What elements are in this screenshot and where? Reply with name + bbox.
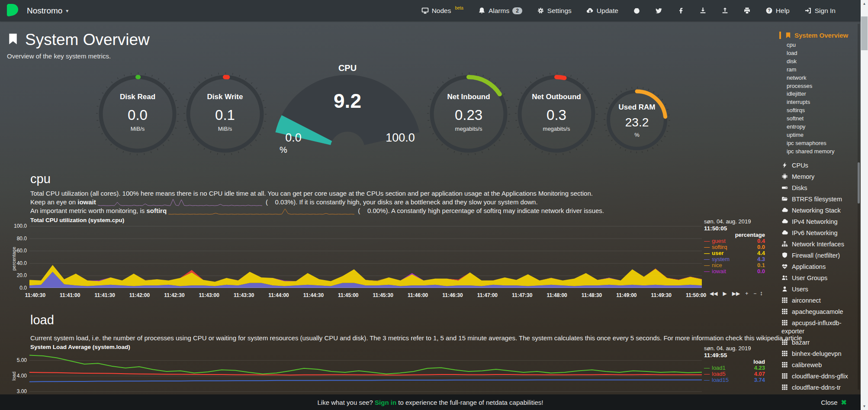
nav-upload[interactable] [721, 7, 729, 14]
cpu-legend-row-user[interactable]: —user4.4 [704, 250, 765, 256]
sidebar-subitem-ipc-semaphores[interactable]: ipc semaphores [779, 139, 859, 148]
sidebar-subitem-idlejitter[interactable]: idlejitter [779, 90, 859, 98]
sidebar-item-user-groups[interactable]: User Groups [779, 274, 859, 285]
footer-close-button[interactable]: Close ✖ [821, 398, 847, 407]
sidebar-subitem-uptime[interactable]: uptime [779, 131, 859, 139]
nav-help[interactable]: ?Help [765, 7, 790, 15]
sidebar-item-memory[interactable]: Memory [779, 173, 859, 184]
legend-swatch-system: — [704, 256, 710, 262]
sidebar-item-cloudflare-ddns-gflix[interactable]: cloudflare-ddns-gflix [779, 372, 859, 384]
sidebar-subitem-softnet[interactable]: softnet [779, 115, 859, 123]
legend-swatch-iowait: — [704, 268, 710, 274]
sidebar-item-ipv6-networking[interactable]: IPv6 Networking [779, 229, 859, 240]
sidebar-subitem-disk[interactable]: disk [779, 58, 859, 66]
heartbeat-icon [781, 263, 788, 270]
sidebar-subitem-softirqs[interactable]: softirqs [779, 107, 859, 115]
sidebar-subitem-load[interactable]: load [779, 49, 859, 58]
navbar-menu: NodesbetaAlarms2SettingsUpdate?HelpSign … [421, 7, 836, 15]
cpu-legend-row-nice[interactable]: —nice0.1 [704, 262, 765, 268]
sidebar-item-cloudflare-ddns-tr[interactable]: cloudflare-ddns-tr [779, 384, 859, 395]
load-chart-canvas[interactable] [29, 355, 702, 394]
sidebar-subitem-processes[interactable]: processes [779, 82, 859, 90]
sidebar-section-label: cloudflare-ddns-gflix [792, 373, 848, 380]
sidebar-subitem-network[interactable]: network [779, 74, 859, 82]
sidebar-item-apcupsd-influxdb-exporter[interactable]: apcupsd-influxdb-exporter [779, 319, 859, 339]
cpu-legend-row-system[interactable]: —system4.3 [704, 256, 765, 262]
footer-signin-link[interactable]: Sign in [375, 399, 396, 406]
cpu-legend-row-iowait[interactable]: —iowait0.0 [704, 268, 765, 274]
sidebar-section-label: User Groups [792, 274, 827, 281]
nav-update[interactable]: Update [586, 7, 618, 15]
cpu-toolbox-play-button[interactable]: ▶ [723, 291, 727, 297]
cpu-xtick-15: 11:48:00 [547, 292, 567, 298]
cpu-chart-resize-handle[interactable]: ↕ [760, 290, 763, 297]
netdata-logo-icon[interactable] [5, 3, 20, 18]
window-scroll-thumb[interactable] [861, 16, 868, 50]
sidebar-item-apacheguacamole[interactable]: apacheguacamole [779, 308, 859, 319]
nav-facebook[interactable] [677, 7, 685, 14]
load-legend-row-load15[interactable]: —load153.74 [704, 377, 765, 383]
sidebar-section-label: Applications [792, 263, 826, 270]
sidebar-item-ipv4-networking[interactable]: IPv4 Networking [779, 218, 859, 229]
gauge-cpu-chart[interactable] [266, 71, 431, 162]
cpu-ytick-0: 100.0 [8, 223, 27, 229]
sidebar-item-cpus[interactable]: CPUs [779, 161, 859, 173]
nav-alarms[interactable]: Alarms2 [478, 7, 522, 15]
cloud-icon [781, 218, 788, 225]
nav-print[interactable] [743, 7, 751, 14]
sidebar-subitem-interrupts[interactable]: interrupts [779, 98, 859, 107]
sidebar-active-label: System Overview [794, 32, 848, 39]
sidebar-section-label: apacheguacamole [792, 308, 843, 315]
cpu-toolbox-zoom-out-button[interactable]: − [753, 291, 756, 297]
sidebar-item-firewall-netfilter-[interactable]: Firewall (netfilter) [779, 252, 859, 263]
sidebar-subitem-entropy[interactable]: entropy [779, 123, 859, 131]
sidebar-item-bazarr[interactable]: bazarr [779, 339, 859, 350]
nav-signin-label: Sign In [815, 7, 836, 15]
cpu-chart-canvas[interactable] [29, 226, 702, 288]
window-scrollbar[interactable]: ▲ ▼ [861, 0, 868, 410]
sidebar-item-btrfs-filesystem[interactable]: BTRFS filesystem [779, 195, 859, 207]
legend-swatch-softirq: — [704, 244, 710, 250]
nav-github[interactable] [633, 7, 640, 14]
nav-nodes[interactable]: Nodesbeta [421, 7, 463, 15]
sidebar-item-system-overview[interactable]: System Overview [779, 32, 859, 39]
sidebar-item-networking-stack[interactable]: Networking Stack [779, 207, 859, 218]
nav-twitter[interactable] [655, 7, 662, 14]
scroll-up-arrow-icon[interactable]: ▲ [861, 0, 868, 7]
nav-alarms-count-badge: 2 [512, 7, 522, 14]
cpu-ytick-1: 80.0 [8, 236, 27, 242]
cpu-legend-row-guest[interactable]: —guest0.4 [704, 238, 765, 244]
legend-name-user: user [712, 250, 757, 256]
footer-text-prefix: Like what you see? [318, 399, 375, 406]
sidebar-subitem-cpu[interactable]: cpu [779, 41, 859, 49]
legend-value-load1: 4.23 [754, 365, 765, 371]
sidebar-item-disks[interactable]: Disks [779, 184, 859, 195]
load-ytick-2: 3.00 [8, 388, 27, 394]
sidebar-item-network-interfaces[interactable]: Network Interfaces [779, 240, 859, 252]
cpu-xtick-12: 11:46:30 [442, 292, 463, 298]
hostname-label: Nostromo [27, 6, 62, 16]
load-description: Current system load, i.e. the number of … [30, 334, 802, 342]
sidebar-item-applications[interactable]: Applications [779, 263, 859, 274]
cpu-legend-row-softirq[interactable]: —softirq0.0 [704, 244, 765, 250]
nav-signin[interactable]: Sign In [804, 7, 836, 15]
sidebar-subitem-ram[interactable]: ram [779, 66, 859, 74]
footer-message: Like what you see? Sign in to experience… [318, 399, 543, 406]
load-legend-row-load1[interactable]: —load14.23 [704, 365, 765, 371]
sidebar-item-calibreweb[interactable]: calibreweb [779, 361, 859, 372]
cpu-yaxis-title: percentage [11, 247, 16, 271]
navbar-left: Nostromo ▾ [5, 3, 68, 18]
cpu-toolbox-pan-forward-button[interactable]: ▶▶ [732, 291, 740, 297]
legend-value-system: 4.3 [757, 256, 765, 262]
sidebar-subitem-ipc-shared-memory[interactable]: ipc shared memory [779, 148, 859, 156]
scroll-down-arrow-icon[interactable]: ▼ [861, 403, 868, 410]
cpu-toolbox-zoom-in-button[interactable]: + [745, 291, 748, 297]
nav-settings[interactable]: Settings [537, 7, 572, 15]
cpu-toolbox-pan-backward-button[interactable]: ◀◀ [710, 291, 717, 297]
sidebar-item-binhex-delugevpn[interactable]: binhex-delugevpn [779, 350, 859, 361]
load-legend-row-load5[interactable]: —load54.07 [704, 371, 765, 377]
sidebar-item-airconnect[interactable]: airconnect [779, 297, 859, 308]
nav-download[interactable] [699, 7, 707, 14]
sidebar-item-users[interactable]: Users [779, 285, 859, 297]
hostname-menu[interactable]: Nostromo ▾ [27, 6, 68, 16]
